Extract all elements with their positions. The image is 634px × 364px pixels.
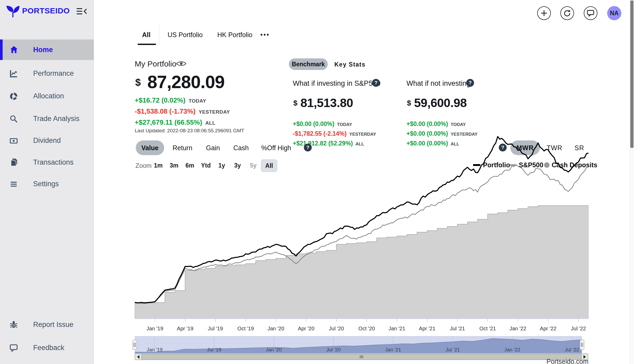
svg-text:Apr '22: Apr '22 — [540, 326, 556, 331]
svg-text:Jul '22: Jul '22 — [565, 347, 579, 352]
eye-icon[interactable] — [176, 60, 187, 67]
chart-navigator[interactable]: Jan '19Jul '19Jan '20Jul '20Jan '21Jul '… — [135, 336, 582, 353]
svg-text:Jul '22: Jul '22 — [571, 326, 586, 331]
toggle-benchmark[interactable]: Benchmark — [289, 58, 328, 70]
card-title-sp500: What if investing in S&P500 — [293, 79, 380, 88]
sidebar-item-label: Report Issue — [33, 321, 73, 329]
sidebar-item-trade-analysis[interactable]: Trade Analysis — [0, 111, 94, 127]
svg-text:Apr '20: Apr '20 — [298, 326, 314, 331]
svg-text:Oct '20: Oct '20 — [358, 326, 375, 331]
toggle-key-stats[interactable]: Key Stats — [334, 61, 365, 68]
svg-text:Jan '21: Jan '21 — [385, 347, 401, 352]
currency-symbol: $ — [135, 77, 141, 88]
tab-active-underline — [138, 44, 156, 45]
chart-scrollbar[interactable] — [135, 353, 588, 360]
card-currency: $ — [407, 99, 411, 107]
sidebar-item-label: Allocation — [33, 92, 64, 100]
sidebar-item-allocation[interactable]: Allocation — [0, 88, 94, 104]
stat-delta: +$16.72 (0.02%) — [135, 96, 185, 104]
svg-text:Jan '21: Jan '21 — [389, 326, 405, 331]
app-root: PORTSEIDO Home Performance — [0, 0, 634, 364]
sidebar-item-home[interactable]: Home — [0, 39, 94, 60]
svg-text:Jan '22: Jan '22 — [504, 347, 520, 352]
svg-text:Jan '20: Jan '20 — [266, 347, 282, 352]
svg-text:Oct '21: Oct '21 — [479, 326, 496, 331]
scrollbar-thumb[interactable] — [142, 354, 581, 360]
more-tabs-icon[interactable] — [260, 33, 270, 36]
card-value-not-investing: 59,600.98 — [414, 96, 467, 110]
help-icon[interactable]: ? — [466, 79, 474, 87]
svg-text:Apr '19: Apr '19 — [177, 326, 193, 331]
arrow-left-icon — [137, 355, 139, 359]
page-scrollbar-thumb[interactable] — [630, 1, 633, 148]
svg-text:Oct '19: Oct '19 — [237, 326, 254, 331]
stat-label: YESTERDAY — [199, 109, 230, 115]
svg-text:Jan '20: Jan '20 — [268, 326, 284, 331]
home-icon — [9, 45, 18, 54]
help-icon[interactable]: ? — [372, 79, 380, 87]
bug-icon — [9, 320, 18, 329]
feedback-bubble-button[interactable] — [584, 6, 597, 20]
banknote-icon — [9, 136, 18, 145]
navigator-left-handle[interactable] — [132, 340, 137, 350]
scroll-left-button[interactable] — [135, 354, 142, 360]
tab-us-portfolio[interactable]: US Portfolio — [168, 31, 203, 39]
avatar[interactable]: NA — [607, 6, 621, 20]
tab-divider — [159, 25, 159, 44]
refresh-button[interactable] — [560, 6, 574, 20]
sidebar-item-label: Settings — [33, 180, 59, 188]
sidebar-item-label: Transactions — [33, 158, 74, 166]
stat-delta: -$1,538.08 (-1.73%) — [135, 107, 195, 115]
allocation-donut-icon — [9, 92, 18, 100]
sidebar-item-transactions[interactable]: Transactions — [0, 155, 94, 170]
svg-text:Jul '21: Jul '21 — [450, 326, 465, 331]
chat-bubble-icon — [587, 10, 594, 17]
sidebar-item-label: Trade Analysis — [33, 115, 79, 123]
sidebar-item-label: Feedback — [33, 344, 64, 352]
brand-logo[interactable]: PORTSEIDO — [22, 6, 70, 15]
portfolio-value: 87,280.09 — [147, 72, 225, 92]
svg-text:Jul '20: Jul '20 — [326, 347, 340, 352]
stat-row-today: +$16.72 (0.02%)TODAY — [135, 96, 206, 104]
svg-text:Jul '20: Jul '20 — [329, 326, 344, 331]
sidebar-item-dividend[interactable]: Dividend — [0, 133, 94, 149]
plus-icon — [541, 10, 547, 17]
sidebar-item-performance[interactable]: Performance — [0, 66, 94, 82]
performance-chart-icon — [9, 69, 18, 78]
card-value-sp500: 81,513.80 — [300, 96, 353, 110]
add-button[interactable] — [537, 6, 551, 20]
search-icon — [9, 115, 18, 123]
sidebar-item-report-issue[interactable]: Report Issue — [0, 317, 94, 333]
tab-hk-portfolio[interactable]: HK Portfolio — [217, 31, 252, 39]
chat-bubble-icon — [9, 344, 18, 352]
card-currency: $ — [293, 99, 298, 107]
svg-text:Jan '22: Jan '22 — [510, 326, 526, 331]
svg-text:Apr '21: Apr '21 — [419, 326, 435, 331]
svg-text:Jul '19: Jul '19 — [207, 347, 221, 352]
svg-text:Jul '19: Jul '19 — [208, 326, 223, 331]
tab-all[interactable]: All — [142, 31, 150, 39]
sidebar: PORTSEIDO Home Performance — [0, 0, 94, 364]
refresh-icon — [563, 9, 571, 17]
menu-lines-icon — [9, 180, 18, 188]
documents-icon — [9, 158, 18, 167]
sidebar-item-label: Home — [33, 46, 53, 54]
svg-text:Jan '19: Jan '19 — [147, 326, 163, 331]
sidebar-collapse-icon[interactable] — [76, 7, 87, 15]
sidebar-item-settings[interactable]: Settings — [0, 176, 94, 192]
portfolio-chart[interactable]: Jan '19Apr '19Jul '19Oct '19Jan '20Apr '… — [135, 118, 588, 332]
sidebar-item-label: Performance — [33, 69, 74, 78]
card-title-not-investing: What if not investing — [406, 79, 470, 88]
svg-text:Jan '19: Jan '19 — [147, 347, 163, 352]
portfolio-title: My Portfolio — [135, 59, 176, 68]
brand-leaf-icon — [5, 4, 21, 18]
sidebar-item-label: Dividend — [33, 136, 61, 145]
navigator-right-handle[interactable] — [580, 340, 584, 350]
svg-text:Jul '21: Jul '21 — [446, 347, 460, 352]
stat-label: TODAY — [189, 98, 206, 104]
sidebar-item-feedback[interactable]: Feedback — [0, 340, 94, 356]
stat-row-yesterday: -$1,538.08 (-1.73%)YESTERDAY — [135, 107, 230, 115]
site-watermark: Portseido.com — [526, 358, 588, 364]
